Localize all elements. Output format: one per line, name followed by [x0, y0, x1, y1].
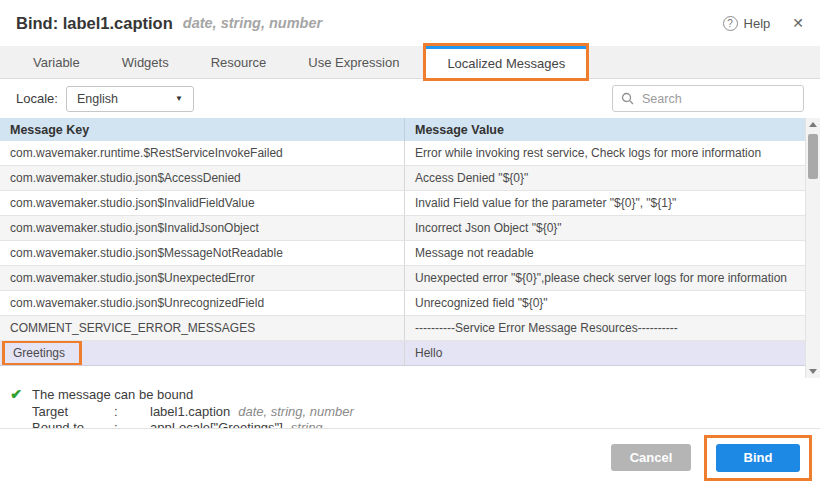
- message-value-cell: Hello: [405, 341, 805, 365]
- dialog-header: Bind: label1.caption date, string, numbe…: [0, 0, 820, 46]
- dialog-footer: Cancel Bind: [0, 428, 820, 486]
- locale-label: Locale:: [16, 91, 58, 106]
- tab-label: Resource: [211, 55, 267, 70]
- message-value-cell: Message not readable: [405, 241, 805, 265]
- toolbar: Locale: English ▼: [0, 79, 820, 118]
- message-key-text: COMMENT_SERVICE_ERROR_MESSAGES: [10, 321, 255, 335]
- message-key-cell: com.wavemaker.studio.json$InvalidJsonObj…: [0, 216, 405, 240]
- message-value-text: Unrecognized field "${0}": [415, 296, 548, 310]
- message-value-cell: Error while invoking rest service, Check…: [405, 141, 805, 165]
- tab-label: Localized Messages: [447, 56, 565, 71]
- tab-resource[interactable]: Resource: [190, 46, 288, 78]
- header-actions: ? Help ✕: [723, 15, 804, 31]
- message-key-text: com.wavemaker.runtime.$RestServiceInvoke…: [10, 146, 283, 160]
- bind-dialog: Bind: label1.caption date, string, numbe…: [0, 0, 820, 486]
- dialog-title: Bind: label1.caption: [16, 14, 173, 33]
- bind-button[interactable]: Bind: [716, 444, 800, 472]
- message-value-text: Invalid Field value for the parameter "$…: [415, 196, 676, 210]
- scroll-up-arrow-icon[interactable]: [809, 122, 817, 127]
- message-value-cell: Unrecognized field "${0}": [405, 291, 805, 315]
- target-types: date, string, number: [238, 404, 354, 419]
- table-row[interactable]: com.wavemaker.studio.json$MessageNotRead…: [0, 241, 805, 266]
- messages-table: Message Key Message Value com.wavemaker.…: [0, 118, 820, 378]
- tab-widgets[interactable]: Widgets: [101, 46, 190, 78]
- table-row[interactable]: com.wavemaker.studio.json$UnexpectedErro…: [0, 266, 805, 291]
- message-key-text: com.wavemaker.studio.json$UnrecognizedFi…: [10, 296, 264, 310]
- help-label: Help: [744, 16, 771, 31]
- target-label: Target: [32, 404, 114, 419]
- annotated-message-key: Greetings: [2, 341, 82, 365]
- close-icon[interactable]: ✕: [792, 15, 804, 31]
- tab-localized-messages[interactable]: Localized Messages: [426, 46, 586, 78]
- message-key-cell: com.wavemaker.runtime.$RestServiceInvoke…: [0, 141, 405, 165]
- help-button[interactable]: ? Help: [723, 16, 771, 31]
- message-value-cell: Unexpected error "${0}",please check ser…: [405, 266, 805, 290]
- message-value-text: Incorrect Json Object "${0}": [415, 221, 562, 235]
- message-key-cell: com.wavemaker.studio.json$InvalidFieldVa…: [0, 191, 405, 215]
- colon-separator: :: [114, 404, 150, 419]
- table-row[interactable]: com.wavemaker.studio.json$InvalidFieldVa…: [0, 191, 805, 216]
- message-value-cell: Access Denied "${0}": [405, 166, 805, 190]
- table-body: com.wavemaker.runtime.$RestServiceInvoke…: [0, 141, 805, 366]
- table-row[interactable]: com.wavemaker.studio.json$InvalidJsonObj…: [0, 216, 805, 241]
- locale-select[interactable]: English ▼: [66, 86, 194, 112]
- tab-label: Widgets: [122, 55, 169, 70]
- tab-label: Variable: [33, 55, 80, 70]
- message-key-text: com.wavemaker.studio.json$MessageNotRead…: [10, 246, 283, 260]
- message-value-text: Error while invoking rest service, Check…: [415, 146, 761, 160]
- message-key-text: com.wavemaker.studio.json$InvalidJsonObj…: [10, 221, 259, 235]
- dialog-subtitle: date, string, number: [183, 15, 322, 31]
- table-row[interactable]: COMMENT_SERVICE_ERROR_MESSAGES----------…: [0, 316, 805, 341]
- tab-label: Use Expression: [308, 55, 399, 70]
- cancel-button[interactable]: Cancel: [611, 444, 691, 471]
- target-row: Target : label1.caption date, string, nu…: [32, 404, 820, 419]
- check-icon: ✔: [8, 386, 24, 402]
- message-value-cell: Invalid Field value for the parameter "$…: [405, 191, 805, 215]
- message-value-text: ----------Service Error Message Resource…: [415, 321, 678, 335]
- tab-variable[interactable]: Variable: [12, 46, 101, 78]
- table-row[interactable]: GreetingsHello: [0, 341, 805, 366]
- scroll-down-arrow-icon[interactable]: [809, 369, 817, 374]
- message-value-text: Unexpected error "${0}",please check ser…: [415, 271, 787, 285]
- help-icon: ?: [723, 16, 738, 31]
- message-key-cell: com.wavemaker.studio.json$UnrecognizedFi…: [0, 291, 405, 315]
- message-key-cell: com.wavemaker.studio.json$AccessDenied: [0, 166, 405, 190]
- message-key-cell: com.wavemaker.studio.json$UnexpectedErro…: [0, 266, 405, 290]
- message-key-cell: Greetings: [0, 341, 405, 365]
- tab-bar: VariableWidgetsResourceUse ExpressionLoc…: [0, 46, 820, 79]
- message-value-text: Message not readable: [415, 246, 534, 260]
- message-key-cell: com.wavemaker.studio.json$MessageNotRead…: [0, 241, 405, 265]
- column-header-message-key[interactable]: Message Key: [0, 118, 405, 141]
- dropdown-caret-icon: ▼: [175, 94, 183, 103]
- search-icon: [621, 92, 634, 105]
- scrollbar-thumb[interactable]: [808, 134, 818, 179]
- bind-annotation-box: Bind: [704, 435, 812, 481]
- table-row[interactable]: com.wavemaker.studio.json$UnrecognizedFi…: [0, 291, 805, 316]
- table-columns: Message Key Message Value com.wavemaker.…: [0, 118, 805, 378]
- message-key-text: com.wavemaker.studio.json$UnexpectedErro…: [10, 271, 255, 285]
- status-text: The message can be bound: [32, 387, 193, 402]
- message-value-text: Access Denied "${0}": [415, 171, 528, 185]
- status-line: ✔ The message can be bound: [8, 386, 820, 402]
- vertical-scrollbar[interactable]: [805, 118, 820, 378]
- tab-use-expression[interactable]: Use Expression: [287, 46, 420, 78]
- message-key-text: com.wavemaker.studio.json$AccessDenied: [10, 171, 241, 185]
- locale-selected-value: English: [77, 92, 118, 106]
- search-input[interactable]: [640, 91, 795, 107]
- message-key-text: com.wavemaker.studio.json$InvalidFieldVa…: [10, 196, 255, 210]
- target-value: label1.caption: [150, 404, 230, 419]
- table-row[interactable]: com.wavemaker.runtime.$RestServiceInvoke…: [0, 141, 805, 166]
- table-header-row: Message Key Message Value: [0, 118, 805, 141]
- binding-info-panel: ✔ The message can be bound Target : labe…: [0, 378, 820, 428]
- message-key-cell: COMMENT_SERVICE_ERROR_MESSAGES: [0, 316, 405, 340]
- message-value-text: Hello: [415, 346, 442, 360]
- message-value-cell: Incorrect Json Object "${0}": [405, 216, 805, 240]
- column-header-message-value[interactable]: Message Value: [405, 118, 805, 141]
- search-box: [612, 85, 804, 112]
- message-value-cell: ----------Service Error Message Resource…: [405, 316, 805, 340]
- table-row[interactable]: com.wavemaker.studio.json$AccessDeniedAc…: [0, 166, 805, 191]
